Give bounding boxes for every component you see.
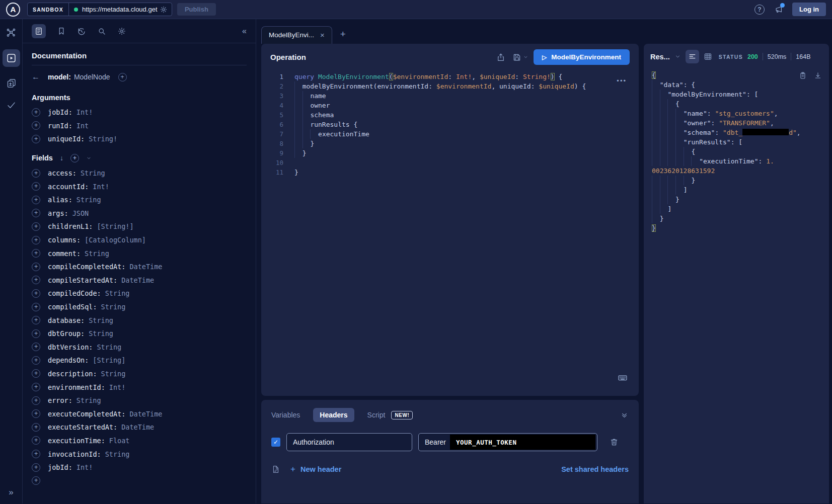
- login-button[interactable]: Log in: [792, 3, 826, 16]
- add-to-query-icon[interactable]: +: [32, 108, 40, 117]
- rail-item-collections-icon[interactable]: [6, 78, 17, 89]
- doc-field-row[interactable]: +environmentId:Int!: [32, 380, 247, 394]
- field-type[interactable]: String: [89, 316, 113, 324]
- doc-field-row[interactable]: +columns:[CatalogColumn]: [32, 233, 247, 247]
- add-to-query-icon[interactable]: +: [32, 369, 40, 378]
- field-type[interactable]: DateTime: [129, 410, 162, 418]
- editor-line[interactable]: 7executionTime: [261, 129, 639, 139]
- doc-field-row[interactable]: +executeCompletedAt:DateTime: [32, 407, 247, 421]
- response-chevron-down-icon[interactable]: [674, 53, 681, 60]
- editor-line[interactable]: 11}: [261, 167, 639, 177]
- rail-item-explorer-icon[interactable]: [3, 49, 20, 67]
- run-operation-button[interactable]: ▷ ModelByEnvironment: [534, 49, 630, 65]
- keyboard-shortcuts-icon[interactable]: [618, 373, 628, 383]
- field-type[interactable]: String: [77, 396, 101, 404]
- field-type[interactable]: Int!: [109, 383, 126, 391]
- doc-field-row[interactable]: +childrenL1:[String!]: [32, 220, 247, 233]
- doc-field-row[interactable]: +access:String: [32, 166, 247, 180]
- doc-field-row[interactable]: +comment:String: [32, 246, 247, 260]
- editor-line[interactable]: 2modelByEnvironment(environmentId: $envi…: [261, 81, 639, 91]
- add-to-query-icon[interactable]: +: [32, 249, 40, 258]
- doc-field-row[interactable]: +executionTime:Float: [32, 434, 247, 448]
- doc-field-row[interactable]: +args:JSON: [32, 207, 247, 220]
- add-to-query-icon[interactable]: +: [32, 463, 40, 472]
- collapse-panel-icon[interactable]: «: [242, 27, 247, 36]
- field-type[interactable]: JSON: [72, 209, 89, 217]
- doc-field-row[interactable]: +runId:Int: [32, 119, 247, 133]
- share-operation-icon[interactable]: [496, 53, 505, 62]
- field-type[interactable]: Int!: [93, 183, 109, 191]
- tab-headers[interactable]: Headers: [313, 408, 354, 422]
- doc-field-row[interactable]: +jobId:Int!: [32, 106, 247, 119]
- doc-field-row[interactable]: +compileCompletedAt:DateTime: [32, 260, 247, 274]
- announcements-icon[interactable]: [774, 5, 783, 14]
- add-to-query-icon[interactable]: +: [32, 329, 40, 338]
- doc-field-row[interactable]: +dbtGroup:String: [32, 327, 247, 341]
- field-type[interactable]: Float: [109, 437, 130, 445]
- copy-response-icon[interactable]: [799, 71, 807, 79]
- doc-model-type[interactable]: ModelNode: [74, 73, 110, 81]
- doc-field-row[interactable]: +dependsOn:[String]: [32, 354, 247, 367]
- add-to-query-icon[interactable]: +: [118, 73, 127, 81]
- add-to-query-icon[interactable]: +: [32, 236, 40, 244]
- set-shared-headers-link[interactable]: Set shared headers: [561, 465, 629, 473]
- download-response-icon[interactable]: [814, 71, 822, 79]
- doc-field-row[interactable]: +error:String: [32, 394, 247, 407]
- field-type[interactable]: String: [101, 370, 126, 378]
- add-to-query-icon[interactable]: +: [32, 423, 40, 432]
- editor-line[interactable]: 1query ModelByEnvironment($environmentId…: [261, 72, 639, 81]
- new-header-button[interactable]: + New header: [290, 464, 341, 474]
- add-to-query-icon[interactable]: +: [32, 343, 40, 351]
- rail-item-checks-icon[interactable]: [6, 100, 17, 110]
- help-icon[interactable]: ?: [754, 5, 765, 15]
- bookmarks-icon[interactable]: [57, 27, 66, 36]
- add-to-query-icon[interactable]: +: [32, 209, 40, 217]
- doc-field-row[interactable]: +executeStartedAt:DateTime: [32, 421, 247, 434]
- field-type[interactable]: String!: [89, 135, 117, 143]
- rail-item-graph-icon[interactable]: [6, 27, 17, 38]
- add-to-query-icon[interactable]: +: [32, 182, 40, 191]
- rail-expand-icon[interactable]: »: [9, 487, 13, 497]
- field-type[interactable]: Int!: [77, 463, 93, 471]
- editor-line[interactable]: 8}: [261, 139, 639, 148]
- add-to-query-icon[interactable]: +: [32, 409, 40, 418]
- header-key-input[interactable]: [286, 433, 412, 451]
- settings-gear-icon[interactable]: [117, 27, 126, 36]
- field-type[interactable]: Int!: [77, 108, 93, 116]
- add-to-query-icon[interactable]: +: [32, 383, 40, 391]
- publish-button[interactable]: Publish: [177, 3, 216, 16]
- endpoint-settings-gear-icon[interactable]: [160, 6, 168, 14]
- add-to-query-icon[interactable]: +: [32, 263, 40, 271]
- field-type[interactable]: String: [101, 303, 126, 311]
- header-value-input[interactable]: Bearer YOUR_AUTH_TOKEN: [418, 433, 597, 451]
- add-to-query-icon[interactable]: +: [32, 289, 40, 298]
- editor-line[interactable]: 5schema: [261, 110, 639, 120]
- collapse-request-panel-icon[interactable]: [620, 411, 629, 419]
- tab-variables[interactable]: Variables: [271, 411, 300, 419]
- add-to-query-icon[interactable]: +: [32, 450, 40, 458]
- doc-field-row[interactable]: +database:String: [32, 313, 247, 327]
- delete-header-icon[interactable]: [610, 438, 619, 447]
- field-type[interactable]: String: [105, 289, 130, 297]
- field-type[interactable]: [String!]: [97, 222, 133, 230]
- sort-fields-icon[interactable]: ↓: [60, 154, 63, 162]
- save-operation-button[interactable]: [512, 53, 528, 62]
- add-to-query-icon[interactable]: +: [32, 135, 40, 143]
- doc-field-row[interactable]: +compileStartedAt:DateTime: [32, 274, 247, 287]
- endpoint-url-input[interactable]: [82, 6, 159, 13]
- doc-field-row[interactable]: +description:String: [32, 367, 247, 381]
- tab-script[interactable]: Script: [367, 411, 386, 419]
- add-to-query-icon[interactable]: +: [32, 436, 40, 445]
- field-type[interactable]: String: [97, 343, 121, 351]
- operation-tab[interactable]: ModelByEnvi... ×: [261, 26, 332, 44]
- editor-line[interactable]: 6runResults {: [261, 120, 639, 129]
- editor-line[interactable]: 9}: [261, 148, 639, 158]
- field-type[interactable]: DateTime: [121, 276, 154, 284]
- add-to-query-icon[interactable]: +: [32, 303, 40, 311]
- add-to-query-icon[interactable]: +: [32, 276, 40, 284]
- field-type[interactable]: DateTime: [121, 423, 154, 431]
- field-type[interactable]: DateTime: [129, 263, 162, 271]
- format-table-icon[interactable]: [704, 52, 712, 61]
- back-arrow-icon[interactable]: ←: [32, 72, 40, 81]
- history-icon[interactable]: [77, 27, 86, 36]
